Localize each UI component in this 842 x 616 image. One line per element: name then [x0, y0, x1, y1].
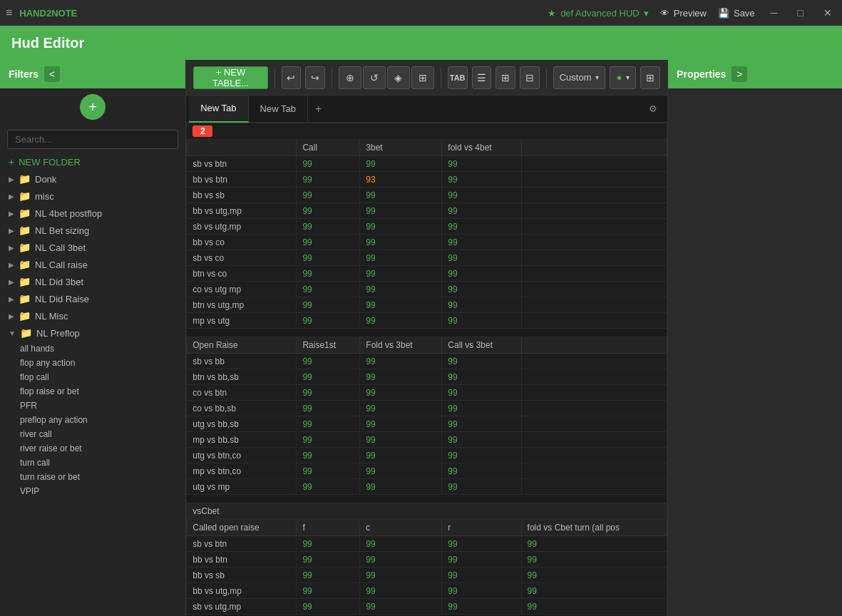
list-view-button[interactable]: ☰ [472, 66, 492, 89]
sidebar-item-turn-raise-or-bet[interactable]: turn raise or bet [0, 470, 185, 484]
table-cell[interactable]: 99 [297, 172, 360, 188]
table-cell[interactable]: 99 [360, 401, 442, 416]
table-cell[interactable] [521, 313, 667, 329]
sidebar-folder-nl-bet-sizing[interactable]: ▶📁NL Bet sizing [0, 222, 185, 239]
table-cell[interactable]: 99 [360, 313, 442, 329]
table-cell[interactable]: 99 [360, 235, 442, 250]
table-cell[interactable] [521, 219, 667, 235]
redo-button[interactable]: ↪ [305, 66, 325, 89]
table-cell[interactable]: 99 [442, 235, 521, 250]
table-cell[interactable]: 99 [297, 416, 360, 432]
sidebar-folder-nl-4bet-postflop[interactable]: ▶📁NL 4bet postflop [0, 205, 185, 222]
table-cell[interactable] [521, 156, 667, 172]
table-cell[interactable]: 99 [442, 219, 521, 235]
table-cell[interactable]: 99 [442, 583, 521, 599]
table-cell[interactable]: 99 [297, 401, 360, 416]
table-cell[interactable] [521, 250, 667, 266]
table-cell[interactable]: 99 [521, 568, 667, 583]
table-cell[interactable]: 99 [297, 568, 360, 583]
table-cell[interactable]: 99 [297, 354, 360, 369]
table-cell[interactable]: 99 [442, 568, 521, 583]
table-cell[interactable] [521, 416, 667, 432]
table-cell[interactable]: 99 [442, 448, 521, 463]
table-cell[interactable]: 99 [360, 369, 442, 385]
table-cell[interactable]: 99 [442, 250, 521, 266]
tab-add-button[interactable]: + [308, 103, 329, 115]
table-cell[interactable]: 99 [297, 463, 360, 479]
table-cell[interactable]: 99 [360, 448, 442, 463]
table-cell[interactable] [521, 172, 667, 188]
table-cell[interactable]: 99 [297, 219, 360, 235]
table-cell[interactable] [521, 369, 667, 385]
table-cell[interactable]: 99 [442, 432, 521, 448]
custom-dropdown[interactable]: Custom ▾ [553, 66, 606, 89]
table-cell[interactable] [521, 235, 667, 250]
table-cell[interactable]: 99 [297, 448, 360, 463]
edit-icon-btn-2[interactable]: ↺ [363, 66, 386, 89]
table-cell[interactable]: 99 [297, 599, 360, 615]
table-cell[interactable]: 99 [442, 536, 521, 552]
sidebar-item-preflop-any-action[interactable]: preflop any action [0, 413, 185, 427]
table-cell[interactable]: 99 [360, 156, 442, 172]
sidebar-folder-nl-misc[interactable]: ▶📁NL Misc [0, 307, 185, 324]
tab-view-button[interactable]: TAB [448, 66, 468, 89]
minimize-button[interactable]: ─ [766, 7, 782, 19]
undo-button[interactable]: ↩ [282, 66, 302, 89]
sidebar-item-turn-call[interactable]: turn call [0, 456, 185, 470]
table-cell[interactable]: 99 [442, 463, 521, 479]
sidebar-item-river-call[interactable]: river call [0, 427, 185, 441]
tab-settings-button[interactable]: ⚙ [642, 103, 664, 114]
table-cell[interactable]: 99 [297, 156, 360, 172]
add-filter-button[interactable]: + [80, 94, 106, 120]
table-cell[interactable]: 99 [442, 156, 521, 172]
grid-view-button[interactable]: ⊞ [496, 66, 515, 89]
tab-1[interactable]: New Tab [189, 96, 248, 123]
table-cell[interactable]: 99 [442, 313, 521, 329]
preview-button[interactable]: 👁 Preview [660, 8, 707, 19]
color-dropdown[interactable]: ● ▾ [610, 66, 636, 89]
table-cell[interactable]: 99 [442, 354, 521, 369]
sidebar-folder-nl-did-raise[interactable]: ▶📁NL Did Raise [0, 290, 185, 307]
table-cell[interactable]: 99 [360, 250, 442, 266]
sidebar-folder-nl-call-3bet[interactable]: ▶📁NL Call 3bet [0, 239, 185, 256]
table-cell[interactable] [521, 266, 667, 282]
table-cell[interactable]: 99 [442, 188, 521, 203]
table-cell[interactable]: 99 [442, 369, 521, 385]
table-cell[interactable] [521, 354, 667, 369]
new-table-button[interactable]: + NEW TABLE... [193, 66, 267, 89]
table-cell[interactable]: 99 [360, 479, 442, 495]
table-cell[interactable]: 99 [521, 536, 667, 552]
table-cell[interactable]: 99 [442, 599, 521, 615]
table-cell[interactable]: 99 [360, 552, 442, 568]
table-cell[interactable]: 99 [521, 552, 667, 568]
table-cell[interactable]: 99 [360, 203, 442, 219]
table-cell[interactable] [521, 282, 667, 297]
sidebar-folder-misc[interactable]: ▶📁misc [0, 188, 185, 205]
table-cell[interactable]: 99 [360, 432, 442, 448]
table-cell[interactable]: 99 [442, 552, 521, 568]
sidebar-folder-nl-call-raise[interactable]: ▶📁NL Call raise [0, 256, 185, 273]
table-cell[interactable]: 99 [297, 250, 360, 266]
table-cell[interactable]: 99 [297, 432, 360, 448]
table-cell[interactable] [521, 448, 667, 463]
table-cell[interactable]: 99 [297, 536, 360, 552]
table-cell[interactable]: 99 [297, 479, 360, 495]
table-cell[interactable] [521, 297, 667, 313]
table-cell[interactable]: 99 [442, 416, 521, 432]
table-cell[interactable]: 93 [360, 172, 442, 188]
table-cell[interactable]: 99 [360, 282, 442, 297]
table-cell[interactable]: 99 [360, 583, 442, 599]
table-cell[interactable]: 99 [360, 385, 442, 401]
table-cell[interactable]: 99 [442, 172, 521, 188]
table-cell[interactable]: 99 [521, 583, 667, 599]
table-cell[interactable]: 99 [297, 552, 360, 568]
sidebar-folder-nl-preflop[interactable]: ▼📁NL Preflop [0, 324, 185, 342]
new-folder-button[interactable]: + NEW FOLDER [0, 153, 185, 170]
search-input[interactable] [7, 130, 178, 149]
table-cell[interactable]: 99 [297, 583, 360, 599]
table-cell[interactable]: 99 [442, 385, 521, 401]
table-cell[interactable]: 99 [360, 416, 442, 432]
edit-icon-btn-1[interactable]: ⊕ [339, 66, 361, 89]
table-cell[interactable]: 99 [297, 369, 360, 385]
table-cell[interactable]: 99 [360, 568, 442, 583]
